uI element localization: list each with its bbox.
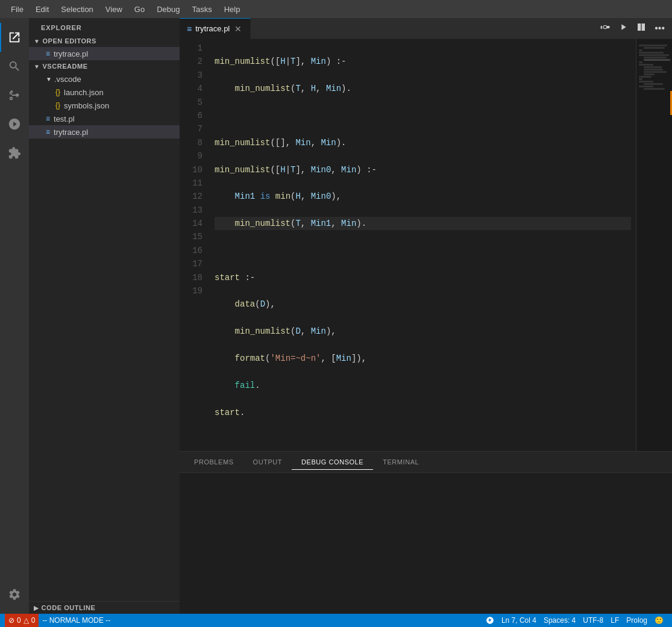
- code-editor: 12345 678910 1112131415 16171819 min_num…: [180, 39, 672, 451]
- vscreadme-section[interactable]: ▼ VSCREADME: [29, 60, 180, 72]
- sidebar-header: EXPLORER: [29, 18, 180, 35]
- status-feedback-icon[interactable]: [482, 614, 498, 627]
- status-mode: -- NORMAL MODE --: [39, 614, 114, 627]
- code-outline-label: CODE OUTLINE: [42, 604, 96, 611]
- tab-file-icon: ≡: [187, 24, 192, 34]
- launch-json-file[interactable]: {} launch.json: [29, 86, 180, 99]
- code-outline-section: ▶ CODE OUTLINE: [29, 601, 180, 614]
- tab-close-button[interactable]: ✕: [233, 24, 243, 34]
- status-left: ⊘ 0 △ 0 -- NORMAL MODE --: [5, 614, 114, 627]
- status-language[interactable]: Prolog: [623, 614, 651, 627]
- panel-tab-output[interactable]: OUTPUT: [243, 455, 292, 469]
- menu-debug[interactable]: Debug: [151, 4, 186, 15]
- menu-help[interactable]: Help: [218, 4, 247, 15]
- status-eol[interactable]: LF: [607, 614, 623, 627]
- editor-area: ≡ trytrace.pl ✕ ••• 12345 678: [180, 18, 672, 614]
- camera-action-btn[interactable]: [598, 21, 612, 36]
- status-emoji[interactable]: 🙂: [651, 614, 667, 627]
- test-pl-file[interactable]: ≡ test.pl: [29, 112, 180, 125]
- run-action-btn[interactable]: [616, 21, 630, 36]
- open-editors-chevron: ▼: [34, 38, 40, 45]
- status-errors[interactable]: ⊘ 0 △ 0: [5, 614, 39, 627]
- warning-icon: △: [24, 616, 29, 625]
- split-action-btn[interactable]: [634, 21, 648, 36]
- sidebar: EXPLORER ▼ OPEN EDITORS ≡ trytrace.pl ▼ …: [29, 18, 180, 614]
- menu-view[interactable]: View: [99, 4, 128, 15]
- file-icon-test: ≡: [46, 114, 50, 123]
- file-icon-launch: {}: [55, 88, 60, 96]
- more-action-btn[interactable]: •••: [652, 22, 667, 35]
- open-editors-label: OPEN EDITORS: [42, 37, 96, 45]
- activity-explorer[interactable]: [0, 23, 29, 52]
- menu-selection[interactable]: Selection: [55, 4, 99, 15]
- panel: PROBLEMS OUTPUT DEBUG CONSOLE TERMINAL: [180, 451, 672, 614]
- minimap: [636, 39, 672, 451]
- activity-bar: [0, 18, 29, 614]
- panel-content: [180, 473, 672, 614]
- activity-settings[interactable]: [0, 580, 29, 609]
- vscode-folder-name: .vscode: [54, 75, 81, 84]
- panel-tabs: PROBLEMS OUTPUT DEBUG CONSOLE TERMINAL: [180, 452, 672, 473]
- activity-extensions[interactable]: [0, 139, 29, 167]
- status-line-col[interactable]: Ln 7, Col 4: [498, 614, 540, 627]
- warning-count: 0: [31, 616, 36, 625]
- vscreadme-label: VSCREADME: [42, 63, 87, 70]
- vscode-folder-chevron: ▼: [46, 76, 52, 83]
- trytrace-pl-file[interactable]: ≡ trytrace.pl: [29, 125, 180, 139]
- menu-bar: File Edit Selection View Go Debug Tasks …: [0, 0, 672, 18]
- status-spaces[interactable]: Spaces: 4: [540, 614, 579, 627]
- code-outline-header[interactable]: ▶ CODE OUTLINE: [29, 602, 180, 614]
- symbols-json-name: symbols.json: [64, 101, 109, 110]
- status-right: Ln 7, Col 4 Spaces: 4 UTF-8 LF Prolog 🙂: [482, 614, 667, 627]
- file-icon-symbols: {}: [55, 101, 60, 110]
- tab-filename: trytrace.pl: [195, 24, 230, 33]
- main-area: EXPLORER ▼ OPEN EDITORS ≡ trytrace.pl ▼ …: [0, 18, 672, 614]
- file-icon-trytrace: ≡: [46, 128, 50, 136]
- error-count: 0: [17, 616, 21, 625]
- menu-edit[interactable]: Edit: [30, 4, 55, 15]
- test-pl-name: test.pl: [54, 114, 75, 123]
- status-bar: ⊘ 0 △ 0 -- NORMAL MODE -- Ln 7, Col 4 Sp…: [0, 614, 672, 627]
- activity-git[interactable]: [0, 81, 29, 110]
- status-encoding[interactable]: UTF-8: [579, 614, 607, 627]
- activity-search[interactable]: [0, 52, 29, 81]
- activity-remote[interactable]: [0, 110, 29, 139]
- tab-trytrace[interactable]: ≡ trytrace.pl ✕: [180, 18, 251, 39]
- menu-go[interactable]: Go: [128, 4, 151, 15]
- panel-tab-terminal[interactable]: TERMINAL: [373, 455, 429, 469]
- tab-actions: •••: [593, 21, 672, 36]
- trytrace-pl-name: trytrace.pl: [54, 128, 88, 137]
- panel-tab-debug[interactable]: DEBUG CONSOLE: [292, 455, 373, 470]
- symbols-json-file[interactable]: {} symbols.json: [29, 99, 180, 112]
- vscode-folder[interactable]: ▼ .vscode: [29, 72, 180, 86]
- code-outline-chevron: ▶: [34, 605, 39, 611]
- panel-tab-problems[interactable]: PROBLEMS: [184, 455, 243, 469]
- code-content[interactable]: min_numlist([H|T], Min) :- min_numlist(T…: [210, 39, 636, 451]
- tab-bar: ≡ trytrace.pl ✕ •••: [180, 18, 672, 39]
- menu-tasks[interactable]: Tasks: [186, 4, 218, 15]
- vscreadme-chevron: ▼: [34, 63, 40, 70]
- open-editor-trytrace-name: trytrace.pl: [54, 49, 88, 58]
- menu-file[interactable]: File: [5, 4, 30, 15]
- error-icon: ⊘: [8, 616, 14, 625]
- line-numbers: 12345 678910 1112131415 16171819: [180, 39, 210, 451]
- file-icon-trytrace-open: ≡: [46, 49, 50, 58]
- open-editors-section[interactable]: ▼ OPEN EDITORS: [29, 35, 180, 47]
- launch-json-name: launch.json: [64, 88, 104, 97]
- open-editor-trytrace[interactable]: ≡ trytrace.pl: [29, 47, 180, 60]
